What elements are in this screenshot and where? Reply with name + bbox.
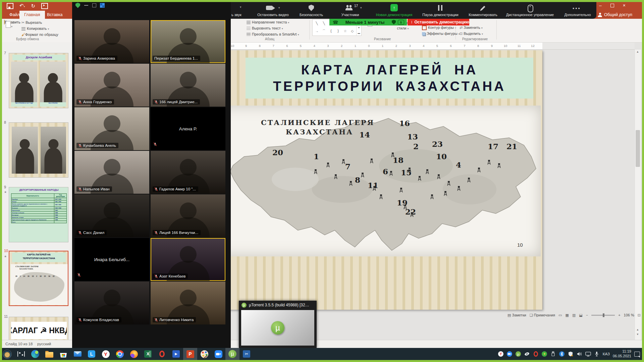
participant-tile[interactable]: Перизат Бердикеева 1... xyxy=(151,20,225,63)
slide-thumbnail-9[interactable]: ДЕПОРТИРОВАННЫЕ НАРОДЫ НациональностьГод… xyxy=(9,187,68,242)
minimize-icon[interactable]: – xyxy=(599,3,602,8)
taskbar-store-icon[interactable] xyxy=(56,348,70,360)
participant-tile[interactable]: Кунакбаева Анель xyxy=(74,107,149,150)
replace-button[interactable]: ⇄ Заменить ▾ xyxy=(460,25,483,30)
participant-tile[interactable]: Лицей 166 Вичкутки... xyxy=(151,194,225,237)
stop-share-button[interactable]: Остановить демонстрацию xyxy=(408,19,469,25)
tab-home[interactable]: Главная xyxy=(19,11,45,19)
taskbar-firefox-icon[interactable] xyxy=(127,348,141,360)
taskbar-lightshot-icon[interactable]: L xyxy=(85,348,99,360)
taskbar-paint-icon[interactable] xyxy=(197,348,211,360)
taskbar-movies-icon[interactable]: ▶ xyxy=(169,348,183,360)
scroll-up-icon[interactable]: ▲ xyxy=(636,50,639,53)
taskbar-utorrent-icon[interactable]: µ xyxy=(225,348,239,360)
slide-thumbnail-7[interactable]: Досқали Асанбаев РАССТРЕЛЯН В 1937 ГОДУ … xyxy=(9,53,68,108)
participant-tile[interactable]: 166 лицей Дмитрие... xyxy=(151,64,225,107)
align-text-button[interactable]: Выровнять текст ▾ xyxy=(247,26,283,30)
camp-number: 23 xyxy=(432,139,443,148)
participants-chevron-icon[interactable]: ▾ xyxy=(360,6,362,9)
normal-view-icon[interactable]: ▭ xyxy=(558,313,562,317)
tray-antivirus-icon[interactable]: + xyxy=(542,351,547,357)
taskbar-yandex-icon[interactable]: Y xyxy=(99,348,113,360)
copy-button[interactable]: Копировать ▾ xyxy=(21,26,49,31)
tab-insert[interactable]: Вставка xyxy=(42,11,67,19)
format-painter-button[interactable]: 🖌Формат по образцу xyxy=(21,33,58,37)
save-icon[interactable] xyxy=(7,3,13,9)
participant-tile[interactable]: Алена Р. xyxy=(151,107,225,150)
gallery-view-icon[interactable] xyxy=(100,3,104,7)
next-slide-icon[interactable]: ▼ xyxy=(636,333,639,336)
taskbar-mail-icon[interactable] xyxy=(70,348,85,360)
tray-opera-icon[interactable] xyxy=(533,351,539,357)
tray-bluetooth-icon[interactable] xyxy=(559,351,565,357)
taskbar-excel-icon[interactable]: X xyxy=(141,348,155,360)
taskbar-chrome-icon[interactable] xyxy=(113,348,127,360)
zoom-slider[interactable] xyxy=(591,315,615,316)
ppt-share-button[interactable]: Общий доступ xyxy=(598,11,642,19)
tray-zoom-icon[interactable] xyxy=(507,351,513,357)
participant-tile[interactable]: Анна Гордиенко xyxy=(74,64,149,107)
comments-button[interactable]: ❏ Примечания xyxy=(530,313,555,317)
reading-view-icon[interactable]: ▥ xyxy=(572,313,576,317)
participant-tile[interactable]: Сасс Данил xyxy=(74,194,149,237)
slide-canvas[interactable]: КАРТА ЛАГЕРЕЙ НА ТЕРРИТОРИИ КАЗАХСТАНА С… xyxy=(196,50,542,310)
smartart-button[interactable]: Преобразовать в SmartArt ▾ xyxy=(247,32,299,36)
participant-tile[interactable]: Напылов Иван xyxy=(74,151,149,194)
participant-tile[interactable]: Кожухов Владислав xyxy=(74,282,149,324)
prev-slide-icon[interactable]: ▲ xyxy=(636,328,639,331)
text-direction-button[interactable]: Направление текста ▾ xyxy=(247,20,289,24)
cut-button[interactable]: ✂ Вырезать xyxy=(21,20,42,25)
zoom-in-icon[interactable]: + xyxy=(618,313,620,317)
video-chevron-icon[interactable]: ▾ xyxy=(278,6,280,9)
language-indicator[interactable]: русский xyxy=(37,342,51,346)
participant-tile[interactable]: Зарина Ахмерова xyxy=(74,20,149,63)
participant-tile[interactable]: Инара Бельгиб... xyxy=(74,238,149,281)
participant-tile[interactable]: Азат Кенебаев xyxy=(151,238,225,281)
minimize-icon[interactable] xyxy=(84,5,88,6)
participant-tile[interactable]: Литовченко Никита xyxy=(151,282,225,324)
tray-mic-icon[interactable] xyxy=(594,351,600,357)
slideshow-icon[interactable]: ⬓ xyxy=(579,313,582,317)
close-icon[interactable]: × xyxy=(623,3,626,8)
slide-thumbnail-11[interactable]: КАРЛАГ ☭ НКВД xyxy=(9,317,68,340)
tray-network-icon[interactable] xyxy=(585,351,591,357)
tray-yandex-icon[interactable]: Y xyxy=(498,351,504,357)
action-center-icon[interactable] xyxy=(634,352,640,357)
shape-outline-button[interactable]: Контур фигуры ▾ xyxy=(422,25,456,30)
mute-chevron-icon[interactable]: ▾ xyxy=(240,5,241,9)
zoom-out-icon[interactable]: − xyxy=(586,313,588,317)
taskbar-snip-icon[interactable]: ✂ xyxy=(239,348,254,360)
slide-thumbnail-10-selected[interactable]: КАРТА ЛАГЕРЕЙ НА ТЕРРИТОРИИ КАЗАХСТАНА С… xyxy=(9,251,68,306)
taskbar-zoom-icon[interactable] xyxy=(211,348,225,360)
undo-icon[interactable]: ↶▾ xyxy=(19,3,25,9)
language-switcher[interactable]: КАЗ xyxy=(603,352,610,356)
slide-thumbnails-panel[interactable]: 7 Досқали Асанбаев РАССТРЕЛЯН В 1937 ГОД… xyxy=(2,42,72,340)
tray-volume-icon[interactable] xyxy=(577,351,582,357)
vertical-scrollbar[interactable]: ▲ ▲ ▼ xyxy=(635,50,641,340)
slide-thumbnail-8[interactable] xyxy=(9,122,68,178)
restore-icon[interactable] xyxy=(610,4,614,7)
tray-utorrent-icon[interactable]: µ xyxy=(516,351,521,357)
utorrent-preview-popup[interactable]: µ µTorrent 3.5.5 (build 45988) [32… µ xyxy=(239,301,317,348)
notes-button[interactable]: ▤ Заметки xyxy=(507,313,526,317)
tray-usb-icon[interactable] xyxy=(550,351,556,357)
fit-to-window-icon[interactable]: ⊡ xyxy=(638,313,641,317)
scrollbar-thumb[interactable] xyxy=(636,130,640,167)
taskbar-start-icon[interactable] xyxy=(0,348,14,360)
shape-effects-button[interactable]: Эффекты фигуры ▾ xyxy=(422,32,460,36)
taskbar-edge-icon[interactable] xyxy=(28,348,42,360)
tray-defender-icon[interactable] xyxy=(568,351,574,357)
taskbar-opera-icon[interactable] xyxy=(155,348,169,360)
taskbar-explorer-icon[interactable] xyxy=(42,348,56,360)
select-button[interactable]: ⊡ Выделить ▾ xyxy=(460,32,483,36)
redo-icon[interactable]: ↻ xyxy=(31,4,36,8)
expand-icon[interactable] xyxy=(92,3,96,7)
participant-tile[interactable]: Гадилов Амир 10 "... xyxy=(151,151,225,194)
slide-sorter-icon[interactable]: ▦ xyxy=(565,313,569,317)
tray-lens-icon[interactable] xyxy=(524,351,530,357)
taskbar-task-view-icon[interactable] xyxy=(14,348,28,360)
taskbar-powerpoint-icon[interactable]: P xyxy=(183,348,197,360)
utorrent-thumbnail[interactable]: µ xyxy=(241,310,314,346)
start-slideshow-icon[interactable] xyxy=(41,3,48,9)
taskbar-clock[interactable]: 11:19 06.05.2021 xyxy=(613,349,631,359)
